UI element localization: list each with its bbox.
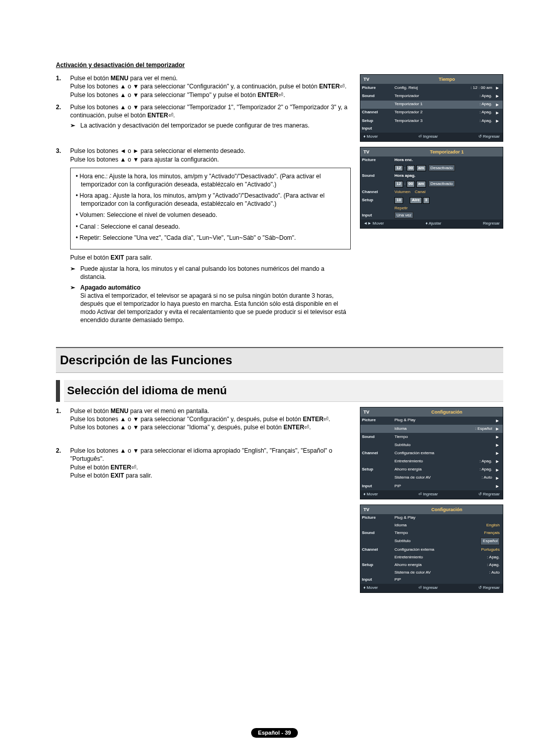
step-num: 3.: [56, 147, 70, 163]
exit-key: EXIT: [110, 472, 124, 479]
step-body: Pulse los botones ▲ o ▼ para seleccionar…: [70, 103, 351, 132]
chevron-right-icon: ►: [492, 93, 500, 99]
chevron-right-icon: ►: [492, 418, 500, 424]
state-box[interactable]: Desactivado: [429, 180, 455, 187]
enter-icon: ⏎: [168, 112, 173, 119]
hour-spin[interactable]: 12: [394, 181, 403, 187]
repeat-value[interactable]: Una vez: [394, 212, 413, 218]
text: Pulse los botones ▲ o ▼ para seleccionar…: [70, 104, 347, 119]
osd-item: Ahorro energía: [392, 467, 477, 472]
osd-tab: Sound: [362, 93, 392, 99]
detail-item: • Canal : Seleccione el canal deseado.: [76, 223, 345, 231]
osd-item: Entretenimiento: [392, 555, 485, 560]
text: Pulse los botones ▲ o ▼ para seleccionar…: [70, 416, 303, 423]
osd-item: Ahorro energía: [392, 562, 485, 568]
osd-tab: Input: [362, 213, 392, 218]
osd-value: : Apag.: [485, 562, 500, 568]
osd-foot-return: ↺ Regresar: [478, 492, 500, 497]
osd-tab: Channel: [362, 190, 392, 195]
text: .: [328, 416, 330, 423]
ampm-spin[interactable]: am: [416, 181, 426, 187]
detail-item: • Hora apag.: Ajuste la hora, los minuto…: [76, 192, 345, 208]
air-spin[interactable]: Aire: [410, 197, 422, 204]
osd-foot-return: ↺ Regresar: [478, 134, 500, 140]
details-box: • Hora enc.: Ajuste la hora, los minutos…: [70, 168, 351, 249]
enter-key: ENTER: [319, 83, 340, 90]
chan-label: Canal: [415, 190, 425, 194]
osd-foot-move: ♦ Mover: [363, 492, 378, 497]
lang-english[interactable]: English: [484, 523, 500, 528]
osd-tab: Picture: [362, 158, 392, 163]
osd-value: : Español: [473, 426, 492, 432]
osd-header: Configuración: [394, 409, 500, 415]
osd-tv-label: TV: [363, 76, 394, 82]
chevron-right-icon: ►: [492, 467, 500, 473]
osd-tab: Sound: [362, 173, 392, 179]
osd-item: Configuración externa: [392, 547, 479, 553]
osd-item: Plug & Play: [392, 515, 500, 521]
osd-tv-label: TV: [363, 409, 394, 415]
chevron-right-icon: ►: [492, 458, 500, 464]
step-num: 1.: [56, 407, 70, 432]
osd-tab: Sound: [362, 530, 392, 536]
enter-key: ENTER: [284, 424, 304, 431]
osd-tab: Setup: [362, 467, 392, 472]
enter-icon: ⏎: [340, 83, 345, 90]
osd-value: : Apag.: [485, 555, 500, 560]
accent-bar: [56, 380, 60, 402]
osd-tv-label: TV: [363, 507, 394, 513]
osd-tiempo: TV Tiempo PictureConfig. Reloj: 12 : 00 …: [360, 74, 503, 141]
page-number: Español - 39: [251, 728, 298, 738]
osd-foot-return: Regresar: [483, 221, 500, 227]
osd-item: PIP: [392, 484, 492, 489]
osd-item: Config. Reloj: [392, 85, 469, 91]
text: .: [309, 424, 311, 431]
lang-espanol[interactable]: Español: [480, 538, 500, 545]
osd-value: : 12 : 00 am: [469, 85, 492, 91]
chan-spin[interactable]: 3: [423, 197, 429, 204]
section2-text: 1. Pulse el botón MENU para ver el menú …: [56, 407, 351, 484]
note-text: La activación y desactivación del tempor…: [80, 121, 351, 130]
note-icon: ➣: [70, 284, 80, 325]
text: .: [136, 464, 138, 471]
text: para ver el menú en pantalla.: [129, 407, 209, 415]
chevron-right-icon: ►: [492, 475, 500, 481]
chevron-right-icon: ►: [492, 450, 500, 456]
text: .: [283, 91, 285, 99]
step-num: 2.: [56, 103, 70, 132]
minute-spin[interactable]: 00: [407, 165, 415, 172]
osd-value: : Apag.: [477, 102, 492, 107]
osd-value: : Apag.: [477, 93, 492, 99]
state-box[interactable]: Desactivado: [429, 165, 455, 171]
osd-item: Configuración externa: [392, 451, 492, 456]
auto-off-title: Apagado automático: [80, 284, 141, 291]
osd-tab: Picture: [362, 515, 392, 521]
exit-text: Pulse el botón EXIT para salir.: [70, 254, 351, 262]
text: para ver el menú.: [129, 75, 178, 82]
enter-icon: ⏎: [278, 91, 283, 99]
osd-item: Sistema de color AV: [392, 475, 480, 481]
enter-key: ENTER: [110, 464, 131, 471]
text: Pulse los botones ◄ o ► para seleccionar…: [70, 147, 351, 155]
step-num: 1.: [56, 74, 70, 99]
lang-francais[interactable]: Français: [482, 530, 500, 536]
osd-item: Subtítulo: [392, 443, 492, 448]
minute-spin[interactable]: 00: [407, 181, 415, 187]
lang-portugues[interactable]: Português: [479, 547, 500, 553]
osd-item: Tiempo: [392, 434, 492, 440]
section2-row: 1. Pulse el botón MENU para ver el menú …: [56, 407, 503, 598]
osd-foot-move: ♦ Mover: [363, 134, 378, 140]
hour-spin[interactable]: 12: [394, 165, 403, 172]
menu-key: MENU: [110, 75, 128, 82]
chevron-right-icon: ►: [492, 483, 500, 489]
osd-header: Temporizador 1: [394, 149, 500, 155]
section-title-timer: Activación y desactivación del temporiza…: [56, 61, 503, 69]
heading-text: Selección del idioma de menú: [64, 380, 503, 402]
osd-item: Temporizador 3: [392, 118, 477, 124]
note-text: Apagado automático Si activa el temporiz…: [80, 284, 351, 325]
vol-spin[interactable]: 10: [394, 197, 403, 204]
osd-value: : Apag.: [477, 467, 492, 472]
section1-row: 1. Pulse el botón MENU para ver el menú.…: [56, 74, 503, 326]
chevron-right-icon: ►: [492, 85, 500, 91]
ampm-spin[interactable]: am: [416, 165, 426, 172]
